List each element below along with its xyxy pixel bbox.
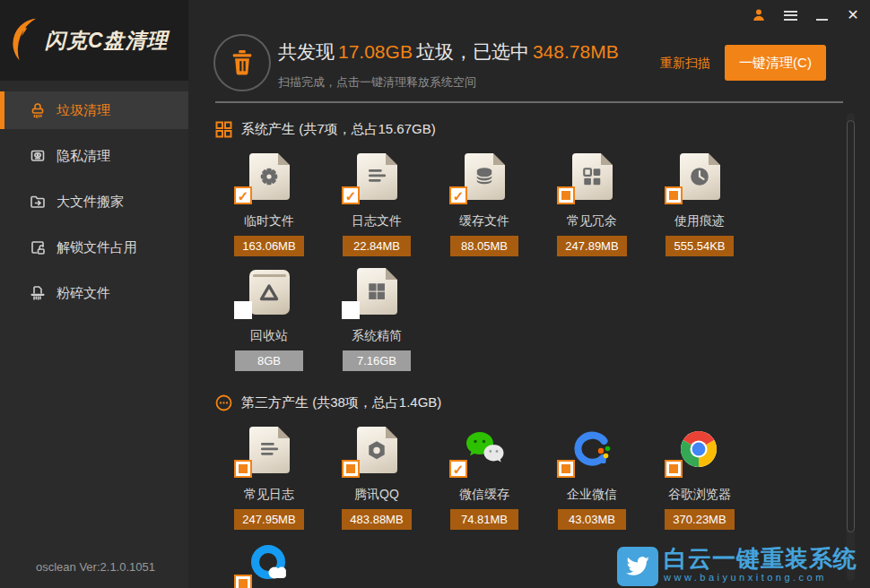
cleanup-item: 腾讯QQ 483.88MB (323, 427, 431, 530)
item-checkbox-checked[interactable] (342, 186, 360, 204)
watermark-title: 白云一键重装系统 (664, 547, 857, 571)
minimize-icon[interactable] (813, 7, 830, 23)
item-icon-area[interactable] (215, 541, 323, 588)
scrollbar-thumb[interactable] (847, 120, 855, 532)
scrollbar-track[interactable] (847, 113, 855, 581)
watermark-text: 白云一键重装系统 www.baiyunxitong.com (664, 547, 857, 583)
doc-gear-icon (249, 153, 290, 207)
item-checkbox-partial[interactable] (665, 186, 683, 204)
cleanup-content: 系统产生 (共7项，总占15.67GB) 临时文件 163.06MB 日志文件 … (215, 109, 857, 588)
item-icon-area[interactable] (323, 268, 431, 322)
item-checkbox-partial[interactable] (342, 460, 360, 478)
item-icon-area[interactable] (431, 153, 538, 207)
cleanup-item: 回收站 8GB (215, 268, 323, 371)
item-icon-area[interactable] (323, 153, 431, 207)
item-size-badge: 163.06MB (234, 236, 303, 256)
item-icon-area[interactable] (215, 268, 323, 322)
item-icon-area[interactable] (646, 427, 753, 480)
flame-logo-icon (11, 17, 41, 64)
item-checkbox-partial[interactable] (234, 575, 252, 588)
item-size-badge: 370.23MB (665, 509, 734, 530)
wecom-icon (571, 427, 613, 480)
item-label: 常见日志 (215, 487, 323, 503)
item-checkbox-checked[interactable] (449, 186, 467, 204)
one-click-clean-button[interactable]: 一键清理(C) (725, 45, 826, 81)
item-icon-area[interactable] (538, 153, 646, 207)
sidebar-item-junk-clean[interactable]: 垃圾清理 (0, 91, 188, 129)
sidebar-item-shred-file[interactable]: 粉碎文件 (0, 274, 188, 312)
item-size-badge: 483.88MB (342, 509, 411, 530)
sidebar: 闪克C盘清理 垃圾清理 隐私清理 大文件搬家 解锁文件占用 粉碎文件 oscle… (0, 0, 188, 588)
doc-clock-icon (680, 153, 720, 207)
cleanup-item: 系统精简 7.16GB (323, 268, 431, 371)
app-title: 闪克C盘清理 (45, 27, 169, 55)
item-checkbox-partial[interactable] (557, 186, 575, 204)
section-title: 系统产生 (共7项，总占15.67GB) (241, 121, 436, 138)
privacy-icon (28, 146, 48, 166)
folder-move-icon (28, 192, 48, 212)
app-window: 闪克C盘清理 垃圾清理 隐私清理 大文件搬家 解锁文件占用 粉碎文件 oscle… (0, 0, 870, 588)
sidebar-item-privacy-clean[interactable]: 隐私清理 (0, 137, 188, 175)
twitter-bird-icon (617, 547, 658, 586)
sidebar-item-big-file-move[interactable]: 大文件搬家 (0, 183, 188, 220)
doc-windows-icon (357, 268, 397, 322)
item-label: 缓存文件 (431, 213, 538, 229)
item-label: 临时文件 (215, 213, 323, 229)
recycle-bin-icon (249, 268, 290, 322)
item-icon-area[interactable] (323, 427, 431, 480)
section-grid-icon (215, 121, 232, 138)
item-size-badge: 43.03MB (558, 509, 626, 530)
item-checkbox-checked[interactable] (234, 186, 252, 204)
main-area: ✕ 共发现17.08GB垃圾，已选中348.78MB 扫描完成，点击一键清理释放… (188, 0, 870, 588)
item-size-badge: 247.89MB (557, 236, 626, 256)
qq-browser-icon (248, 541, 290, 588)
item-label: 回收站 (215, 328, 323, 344)
section-items: 临时文件 163.06MB 日志文件 22.84MB 缓存文件 88.05MB … (215, 153, 857, 383)
item-size-badge: 555.54KB (666, 236, 734, 256)
item-checkbox-checked[interactable] (449, 460, 467, 478)
item-icon-area[interactable] (646, 153, 753, 207)
item-icon-area[interactable] (215, 153, 323, 207)
section-title: 第三方产生 (共38项，总占1.4GB) (241, 394, 441, 411)
found-size: 17.08GB (338, 41, 413, 62)
trash-icon (231, 49, 254, 76)
window-controls: ✕ (751, 7, 861, 23)
item-label: 系统精简 (323, 328, 431, 344)
item-label: 使用痕迹 (646, 213, 753, 229)
cleanup-item: 企业微信 43.03MB (538, 427, 646, 530)
cleanup-item: 日志文件 22.84MB (323, 153, 431, 256)
cleanup-item: 常见日志 247.95MB (215, 427, 323, 530)
scan-summary-line: 共发现17.08GB垃圾，已选中348.78MB (278, 39, 622, 65)
item-icon-area[interactable] (215, 427, 323, 480)
item-size-badge: 8GB (235, 350, 303, 371)
scan-subtitle: 扫描完成，点击一键清理释放系统空间 (278, 74, 622, 91)
shredder-icon (28, 283, 48, 303)
item-size-badge: 247.95MB (234, 509, 303, 530)
section-ellipsis-icon (215, 394, 232, 411)
user-icon[interactable] (751, 7, 767, 23)
item-size-badge: 88.05MB (450, 236, 518, 256)
item-icon-area[interactable] (538, 427, 646, 480)
item-label: 常见冗余 (538, 213, 646, 229)
item-checkbox-partial[interactable] (234, 460, 252, 478)
watermark: 白云一键重装系统 www.baiyunxitong.com (617, 547, 857, 586)
item-checkbox-none[interactable] (234, 301, 252, 319)
close-icon[interactable]: ✕ (845, 7, 861, 23)
item-label: 企业微信 (538, 487, 646, 503)
sidebar-item-unlock-file[interactable]: 解锁文件占用 (0, 229, 188, 266)
menu-icon[interactable] (782, 7, 798, 23)
item-label: 日志文件 (323, 213, 431, 229)
item-checkbox-partial[interactable] (665, 460, 683, 478)
item-checkbox-partial[interactable] (557, 460, 575, 478)
sidebar-nav: 垃圾清理 隐私清理 大文件搬家 解锁文件占用 粉碎文件 (0, 81, 188, 312)
section-system: 系统产生 (共7项，总占15.67GB) 临时文件 163.06MB 日志文件 … (215, 121, 857, 383)
item-checkbox-none[interactable] (342, 301, 360, 319)
scan-status-circle (213, 34, 271, 91)
wechat-icon (464, 427, 505, 480)
doc-hexagon-icon (357, 427, 397, 480)
rescan-link[interactable]: 重新扫描 (660, 56, 710, 72)
item-icon-area[interactable] (431, 427, 538, 480)
item-size-badge: 74.81MB (450, 509, 518, 530)
cleanup-item: 微信缓存 74.81MB (431, 427, 538, 530)
item-size-badge: 7.16GB (343, 350, 411, 371)
